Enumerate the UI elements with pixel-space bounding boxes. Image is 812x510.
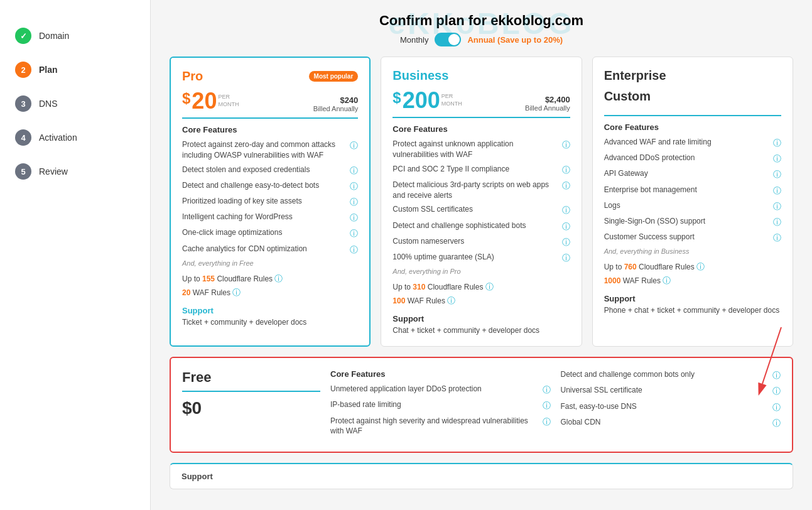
business-feature-1-info[interactable]: ⓘ [562, 139, 570, 151]
main-content: eKKoBLOG Confirm plan for ekkoblog.com M… [151, 0, 812, 510]
free-plan-left: Free $0 [182, 369, 320, 440]
pro-feature-7-info[interactable]: ⓘ [350, 244, 358, 256]
pro-price-row: $ 20 PERMONTH $240 Billed Annually [182, 90, 358, 119]
free-plan-price: $0 [182, 398, 320, 418]
enterprise-feature-3-info[interactable]: ⓘ [773, 169, 781, 180]
sidebar-item-dns[interactable]: 3 DNS [0, 87, 150, 121]
business-rules-1-info[interactable]: ⓘ [485, 282, 494, 291]
sidebar-label-dns: DNS [39, 99, 58, 109]
sidebar-item-domain[interactable]: ✓ Domain [0, 19, 150, 53]
pro-feature-5: Intelligent caching for WordPress ⓘ [182, 212, 358, 224]
enterprise-feature-1-info[interactable]: ⓘ [773, 138, 781, 149]
pro-price-annual: $240 Billed Annually [313, 95, 359, 112]
business-rules-2-info[interactable]: ⓘ [447, 296, 455, 305]
enterprise-feature-6-info[interactable]: ⓘ [773, 217, 781, 228]
pro-feature-3-info[interactable]: ⓘ [350, 181, 358, 192]
business-and-everything: And, everything in Pro [392, 268, 570, 275]
enterprise-support-text: Phone + chat + ticket + community + deve… [604, 306, 781, 315]
free-feature-2-info[interactable]: ⓘ [543, 400, 551, 411]
enterprise-feature-7-info[interactable]: ⓘ [773, 232, 781, 244]
plan-card-enterprise[interactable]: Enterprise Custom Core Features Advanced… [592, 57, 793, 347]
billing-toggle-switch[interactable] [435, 33, 461, 46]
pro-feature-1-info[interactable]: ⓘ [350, 140, 358, 151]
business-feature-2-info[interactable]: ⓘ [562, 165, 570, 176]
sidebar-item-review[interactable]: 5 Review [0, 155, 150, 188]
page-title-container: eKKoBLOG Confirm plan for ekkoblog.com [170, 13, 793, 29]
enterprise-feature-2-info[interactable]: ⓘ [773, 153, 781, 165]
pro-header: Pro Most popular [182, 69, 358, 84]
pro-feature-6-info[interactable]: ⓘ [350, 228, 358, 239]
step-icon-domain: ✓ [15, 28, 31, 44]
sidebar-item-activation[interactable]: 4 Activation [0, 121, 150, 155]
enterprise-rules: Up to 760 Cloudflare Rules ⓘ 1000 WAF Ru… [604, 261, 781, 286]
business-feature-5: Detect and challenge sophisticated bots … [392, 220, 570, 232]
plan-card-business[interactable]: Business $ 200 PERMONTH $2,400 Billed An… [381, 57, 582, 347]
sidebar-label-activation: Activation [39, 133, 77, 143]
pro-feature-3: Detect and challenge easy-to-detect bots… [182, 180, 358, 192]
enterprise-price-row: Custom [604, 89, 781, 116]
pro-and-everything: And, everything in Free [182, 259, 358, 267]
free-feature-r4-info[interactable]: ⓘ [772, 418, 781, 429]
pro-feature-5-info[interactable]: ⓘ [350, 212, 358, 224]
free-feature-r4: Global CDN ⓘ [561, 417, 781, 429]
free-support-label: Support [181, 472, 213, 481]
pro-feature-6: One-click image optimizations ⓘ [182, 227, 358, 239]
pro-feature-4-info[interactable]: ⓘ [350, 197, 358, 208]
free-feature-3: Protect against high severity and widesp… [330, 416, 551, 437]
billing-annual-label: Annual (Save up to 20%) [467, 35, 563, 45]
sidebar-item-plan[interactable]: 2 Plan [0, 53, 150, 87]
step-icon-review: 5 [15, 163, 31, 180]
free-feature-2: IP-based rate limiting ⓘ [330, 399, 551, 411]
enterprise-feature-7: Customer Success support ⓘ [604, 232, 781, 244]
business-name: Business [392, 68, 448, 83]
business-price-main: $ 200 PERMONTH [392, 89, 462, 112]
pro-support-text: Ticket + community + developer docs [182, 318, 358, 327]
free-feature-1: Unmetered application layer DDoS protect… [330, 384, 551, 396]
step-icon-plan: 2 [15, 62, 31, 78]
business-feature-7-info[interactable]: ⓘ [562, 252, 570, 264]
sidebar-label-plan: Plan [39, 65, 58, 75]
pro-rules: Up to 155 Cloudflare Rules ⓘ 20 WAF Rule… [182, 273, 358, 298]
plans-grid: Pro Most popular $ 20 PERMONTH $240 Bill… [170, 57, 793, 347]
pro-feature-4: Prioritized loading of key site assets ⓘ [182, 196, 358, 208]
pro-badge: Most popular [309, 71, 359, 82]
plan-card-free[interactable]: Free $0 Core Features Unmetered applicat… [170, 357, 793, 453]
business-price-annual: $2,400 Billed Annually [525, 95, 570, 112]
enterprise-feature-2: Advanced DDoS protection ⓘ [604, 153, 781, 165]
enterprise-header: Enterprise [604, 68, 781, 83]
enterprise-rules-2-info[interactable]: ⓘ [663, 276, 671, 285]
enterprise-price-custom: Custom [604, 89, 781, 104]
step-icon-activation: 4 [15, 129, 31, 146]
free-feature-3-info[interactable]: ⓘ [543, 416, 551, 428]
business-feature-7: 100% uptime guarantee (SLA) ⓘ [392, 252, 570, 264]
enterprise-feature-5: Logs ⓘ [604, 200, 781, 212]
pro-feature-2: Detect stolen and exposed credentials ⓘ [182, 165, 358, 176]
free-feature-r3-info[interactable]: ⓘ [772, 402, 781, 413]
enterprise-feature-5-info[interactable]: ⓘ [773, 201, 781, 212]
pro-rules-1-info[interactable]: ⓘ [274, 274, 283, 283]
free-core-title: Core Features [330, 369, 551, 379]
free-feature-1-info[interactable]: ⓘ [543, 384, 551, 396]
svg-line-1 [762, 327, 781, 384]
pro-price-period: PERMONTH [218, 90, 239, 108]
pro-price-main: $ 20 PERMONTH [182, 90, 239, 112]
enterprise-feature-4-info[interactable]: ⓘ [773, 185, 781, 197]
enterprise-feature-4: Enterprise bot management ⓘ [604, 185, 781, 197]
business-feature-2: PCI and SOC 2 Type II compliance ⓘ [392, 164, 570, 176]
pro-rules-2-info[interactable]: ⓘ [232, 288, 241, 297]
enterprise-and-everything: And, everything in Business [604, 247, 781, 255]
free-plan-middle: Core Features Unmetered application laye… [330, 369, 551, 440]
free-plan-name: Free [182, 369, 320, 392]
business-feature-5-info[interactable]: ⓘ [562, 221, 570, 232]
enterprise-rules-1-info[interactable]: ⓘ [696, 262, 705, 271]
pro-feature-2-info[interactable]: ⓘ [350, 165, 358, 176]
business-feature-3-info[interactable]: ⓘ [562, 180, 570, 192]
page-title: Confirm plan for ekkoblog.com [379, 13, 583, 28]
sidebar-label-review: Review [39, 166, 68, 176]
business-feature-4-info[interactable]: ⓘ [562, 205, 570, 216]
business-feature-4: Custom SSL certificates ⓘ [392, 204, 570, 216]
enterprise-name: Enterprise [604, 68, 666, 83]
business-feature-6-info[interactable]: ⓘ [562, 237, 570, 248]
business-header: Business [392, 68, 570, 83]
plan-card-pro[interactable]: Pro Most popular $ 20 PERMONTH $240 Bill… [170, 57, 371, 347]
